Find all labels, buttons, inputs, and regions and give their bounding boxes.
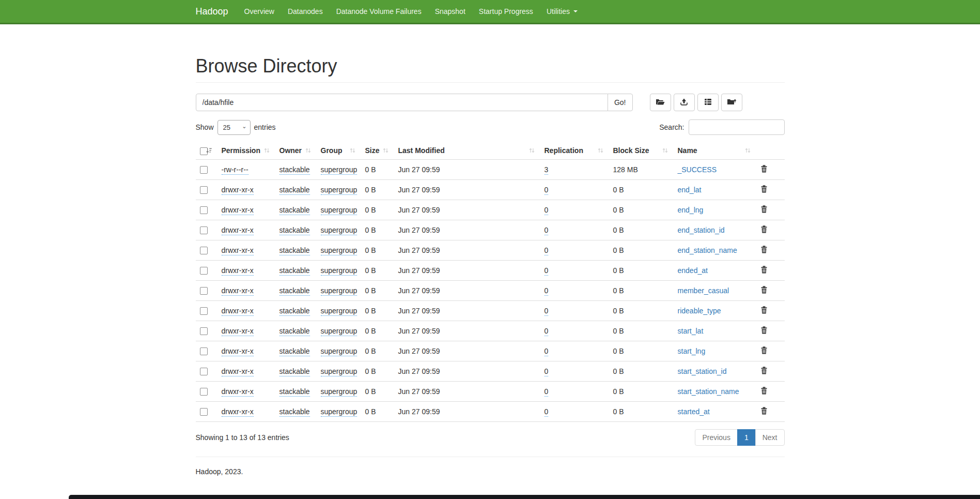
- owner-value[interactable]: stackable: [279, 206, 310, 215]
- owner-value[interactable]: stackable: [279, 347, 310, 356]
- file-link[interactable]: start_station_id: [678, 367, 727, 375]
- delete-button[interactable]: [760, 306, 768, 314]
- column-header-name[interactable]: Name: [674, 142, 756, 159]
- permission-value[interactable]: drwxr-xr-x: [222, 407, 254, 417]
- replication-value[interactable]: 0: [545, 387, 549, 397]
- file-link[interactable]: member_casual: [678, 286, 729, 295]
- delete-button[interactable]: [760, 326, 768, 334]
- owner-value[interactable]: stackable: [279, 407, 310, 417]
- nav-item-datanode-volume-failures[interactable]: Datanode Volume Failures: [330, 0, 428, 23]
- go-button[interactable]: Go!: [608, 94, 633, 111]
- permission-value[interactable]: drwxr-xr-x: [222, 307, 254, 316]
- owner-value[interactable]: stackable: [279, 165, 310, 175]
- nav-item-overview[interactable]: Overview: [238, 0, 281, 23]
- owner-value[interactable]: stackable: [279, 186, 310, 195]
- select-all-header[interactable]: [196, 142, 217, 159]
- group-value[interactable]: supergroup: [321, 206, 357, 215]
- group-value[interactable]: supergroup: [321, 387, 357, 397]
- delete-button[interactable]: [760, 246, 768, 253]
- nav-item-datanodes[interactable]: Datanodes: [281, 0, 330, 23]
- file-link[interactable]: end_station_id: [678, 226, 725, 234]
- column-header-permission[interactable]: Permission: [217, 142, 275, 159]
- column-header-owner[interactable]: Owner: [275, 142, 317, 159]
- delete-button[interactable]: [760, 407, 768, 415]
- owner-value[interactable]: stackable: [279, 307, 310, 316]
- delete-button[interactable]: [760, 266, 768, 274]
- file-link[interactable]: start_lat: [678, 327, 704, 335]
- column-header-size[interactable]: Size: [361, 142, 394, 159]
- list-button[interactable]: [697, 94, 719, 111]
- permission-value[interactable]: drwxr-xr-x: [222, 347, 254, 356]
- file-link[interactable]: ended_at: [678, 266, 708, 275]
- upload-button[interactable]: [674, 94, 695, 111]
- replication-value[interactable]: 0: [545, 347, 549, 356]
- nav-item-utilities[interactable]: Utilities: [540, 0, 584, 23]
- search-input[interactable]: [689, 119, 785, 135]
- row-checkbox[interactable]: [200, 287, 208, 295]
- permission-value[interactable]: drwxr-xr-x: [222, 226, 254, 235]
- row-checkbox[interactable]: [200, 166, 208, 174]
- pagination-previous[interactable]: Previous: [695, 429, 737, 446]
- folder-move-button[interactable]: [721, 94, 742, 111]
- column-header-last-modified[interactable]: Last Modified: [394, 142, 540, 159]
- owner-value[interactable]: stackable: [279, 226, 310, 235]
- nav-item-startup-progress[interactable]: Startup Progress: [472, 0, 540, 23]
- permission-value[interactable]: drwxr-xr-x: [222, 327, 254, 336]
- group-value[interactable]: supergroup: [321, 407, 357, 417]
- permission-value[interactable]: drwxr-xr-x: [222, 266, 254, 276]
- folder-open-button[interactable]: [650, 94, 671, 111]
- replication-value[interactable]: 0: [545, 206, 549, 215]
- replication-value[interactable]: 0: [545, 286, 549, 296]
- permission-value[interactable]: drwxr-xr-x: [222, 387, 254, 397]
- group-value[interactable]: supergroup: [321, 165, 357, 175]
- permission-value[interactable]: drwxr-xr-x: [222, 206, 254, 215]
- replication-value[interactable]: 0: [545, 226, 549, 235]
- owner-value[interactable]: stackable: [279, 266, 310, 276]
- owner-value[interactable]: stackable: [279, 286, 310, 296]
- row-checkbox[interactable]: [200, 186, 208, 194]
- delete-button[interactable]: [760, 165, 768, 173]
- file-link[interactable]: start_lng: [678, 347, 706, 355]
- column-header-replication[interactable]: Replication: [540, 142, 609, 159]
- group-value[interactable]: supergroup: [321, 286, 357, 296]
- permission-value[interactable]: drwxr-xr-x: [222, 186, 254, 195]
- permission-value[interactable]: -rw-r--r--: [222, 165, 248, 175]
- directory-path-input[interactable]: [196, 94, 608, 111]
- group-value[interactable]: supergroup: [321, 367, 357, 376]
- file-link[interactable]: end_lng: [678, 206, 704, 214]
- row-checkbox[interactable]: [200, 267, 208, 275]
- row-checkbox[interactable]: [200, 408, 208, 416]
- row-checkbox[interactable]: [200, 226, 208, 234]
- owner-value[interactable]: stackable: [279, 327, 310, 336]
- delete-button[interactable]: [760, 367, 768, 374]
- delete-button[interactable]: [760, 185, 768, 193]
- file-link[interactable]: started_at: [678, 407, 710, 416]
- navbar-brand[interactable]: Hadoop: [196, 0, 238, 23]
- row-checkbox[interactable]: [200, 347, 208, 355]
- page-size-select[interactable]: 25: [217, 120, 251, 135]
- column-header-group[interactable]: Group: [317, 142, 361, 159]
- replication-value[interactable]: 0: [545, 327, 549, 336]
- file-link[interactable]: _SUCCESS: [678, 165, 717, 174]
- group-value[interactable]: supergroup: [321, 186, 357, 195]
- permission-value[interactable]: drwxr-xr-x: [222, 246, 254, 255]
- delete-button[interactable]: [760, 346, 768, 354]
- replication-value[interactable]: 0: [545, 407, 549, 417]
- pagination-page-1[interactable]: 1: [737, 429, 756, 446]
- pagination-next[interactable]: Next: [755, 429, 785, 446]
- group-value[interactable]: supergroup: [321, 327, 357, 336]
- delete-button[interactable]: [760, 205, 768, 213]
- row-checkbox[interactable]: [200, 368, 208, 375]
- row-checkbox[interactable]: [200, 206, 208, 214]
- permission-value[interactable]: drwxr-xr-x: [222, 367, 254, 376]
- owner-value[interactable]: stackable: [279, 246, 310, 255]
- owner-value[interactable]: stackable: [279, 367, 310, 376]
- group-value[interactable]: supergroup: [321, 226, 357, 235]
- file-link[interactable]: end_station_name: [678, 246, 737, 254]
- nav-item-snapshot[interactable]: Snapshot: [428, 0, 472, 23]
- file-link[interactable]: rideable_type: [678, 307, 721, 315]
- replication-value[interactable]: 0: [545, 246, 549, 255]
- replication-value[interactable]: 0: [545, 186, 549, 195]
- group-value[interactable]: supergroup: [321, 266, 357, 276]
- row-checkbox[interactable]: [200, 307, 208, 315]
